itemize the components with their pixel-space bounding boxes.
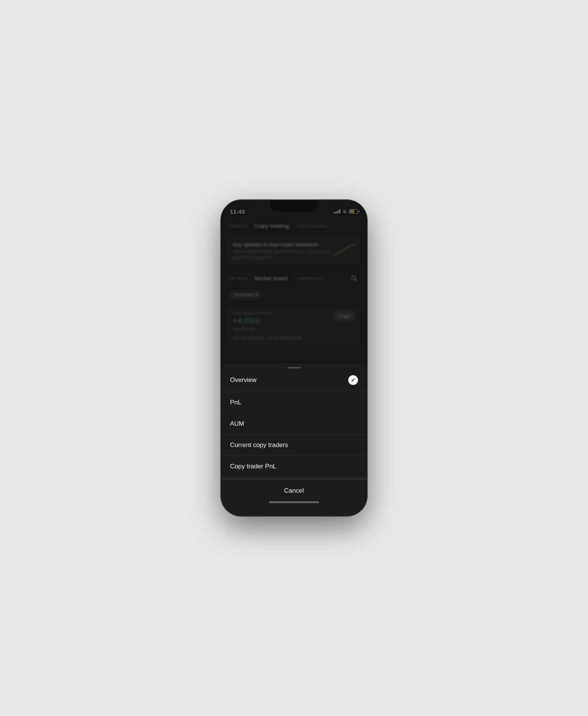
sheet-item-aum-label: AUM [230,420,244,428]
cancel-label: Cancel [284,487,304,495]
sheet-item-copy-trader-pnl[interactable]: Copy trader PnL [221,456,367,477]
sheet-item-overview[interactable]: Overview ✓ [221,368,367,392]
cancel-button[interactable]: Cancel [221,480,367,501]
sheet-item-pnl[interactable]: PnL [221,392,367,413]
check-icon: ✓ [351,377,355,383]
check-circle-overview: ✓ [348,375,358,385]
phone-device: 11:43 ⊛ Markets Copy trading Opp [221,200,367,516]
bottom-sheet: Overview ✓ PnL AUM Current copy traders … [221,363,367,516]
sheet-item-overview-label: Overview [230,376,257,384]
sheet-item-aum[interactable]: AUM [221,413,367,435]
sheet-item-pnl-label: PnL [230,399,241,406]
sheet-item-current-copy-traders[interactable]: Current copy traders [221,435,367,456]
sheet-item-copy-trader-pnl-label: Copy trader PnL [230,463,276,470]
phone-screen: 11:43 ⊛ Markets Copy trading Opp [221,200,367,516]
home-indicator [269,501,319,503]
sheet-divider [221,477,367,480]
sheet-item-current-copy-traders-label: Current copy traders [230,441,288,449]
